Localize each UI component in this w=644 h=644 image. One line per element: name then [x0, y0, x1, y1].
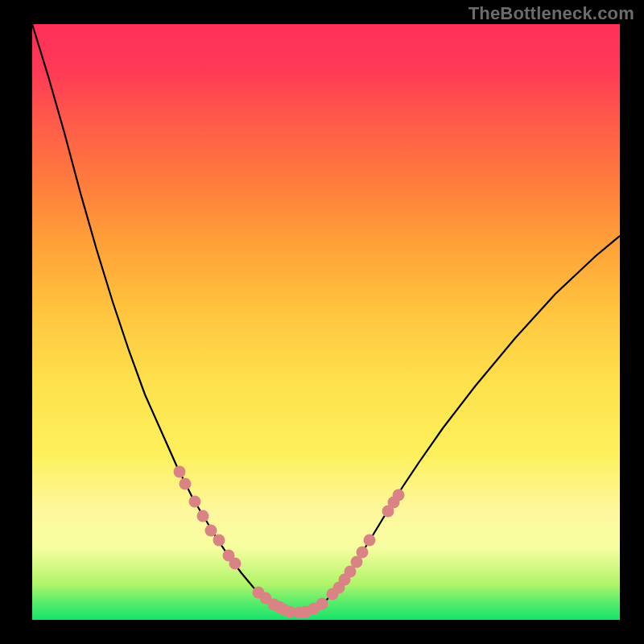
data-point	[205, 525, 217, 537]
data-point	[180, 478, 192, 490]
plot-area	[32, 24, 620, 620]
data-point	[357, 547, 369, 559]
data-point	[213, 535, 225, 547]
data-point	[316, 598, 328, 610]
data-point	[393, 489, 405, 502]
chart-svg	[32, 24, 620, 620]
chart-frame: TheBottleneck.com	[0, 0, 644, 644]
data-point	[229, 558, 242, 570]
watermark-text: TheBottleneck.com	[469, 3, 634, 24]
data-point	[174, 466, 186, 478]
bottleneck-curve	[32, 24, 620, 613]
data-point	[189, 496, 201, 508]
data-point	[197, 510, 209, 522]
data-markers	[174, 466, 405, 619]
data-point	[364, 535, 376, 547]
